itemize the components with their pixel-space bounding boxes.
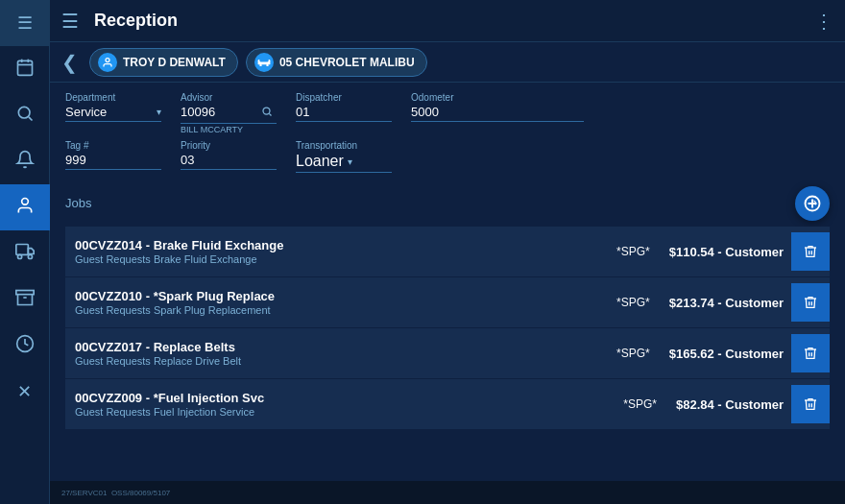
advisor-field: Advisor 10096 BILL MCCARTY — [181, 92, 277, 134]
job-price-4: $82.84 - Customer — [676, 397, 784, 412]
form-area: Department Service ▾ Advisor 10096 — [50, 83, 845, 184]
job-price-3: $165.62 - Customer — [669, 347, 784, 361]
job-price-2: $213.74 - Customer — [669, 296, 784, 310]
svg-rect-10 — [15, 290, 33, 294]
main-content: ☰ Reception ⋮ ❮ TROY D DENWALT — [50, 0, 845, 504]
department-label: Department — [65, 92, 161, 103]
department-field: Department Service ▾ — [65, 92, 161, 122]
topbar-right: ⋮ — [814, 10, 833, 33]
clock-icon — [15, 334, 35, 358]
dispatcher-value[interactable]: 01 — [296, 105, 392, 122]
tag-label: Tag # — [65, 140, 161, 151]
svg-point-17 — [266, 63, 268, 65]
sidebar-item-close[interactable]: ✕ — [0, 369, 50, 415]
transportation-field: Transportation Loaner ▾ — [296, 140, 392, 173]
tag-value[interactable]: 999 — [65, 153, 161, 170]
dispatcher-field: Dispatcher 01 — [296, 92, 392, 122]
form-row-2: Tag # 999 Priority 03 Transportation Loa… — [65, 140, 830, 173]
topbar-left: ☰ Reception — [61, 10, 178, 33]
customer-bar: ❮ TROY D DENWALT 05 CHEVROLET MALIBU — [50, 42, 845, 83]
priority-field: Priority 03 — [181, 140, 277, 170]
odometer-field: Odometer 5000 — [411, 92, 584, 122]
menu-icon[interactable]: ☰ — [61, 10, 79, 33]
footer: 27/SERVC01 OSS/80069/5107 — [50, 481, 845, 504]
job-spg-3: *SPG* — [616, 347, 650, 360]
priority-value[interactable]: 03 — [181, 153, 277, 170]
job-price-1: $110.54 - Customer — [669, 245, 784, 259]
svg-point-4 — [18, 107, 30, 118]
advisor-label: Advisor — [181, 92, 277, 103]
sidebar-item-menu[interactable]: ☰ — [0, 0, 50, 46]
sidebar-item-person[interactable] — [0, 184, 50, 230]
job-info-1: 00CVZZ014 - Brake Fluid Exchange Guest R… — [75, 238, 597, 265]
sidebar-item-notifications[interactable] — [0, 138, 50, 184]
vehicle-name: 05 CHEVROLET MALIBU — [279, 56, 415, 69]
svg-line-19 — [269, 113, 271, 115]
job-delete-button-1[interactable] — [791, 232, 830, 271]
jobs-list: 00CVZZ014 - Brake Fluid Exchange Guest R… — [65, 227, 830, 430]
job-spg-4: *SPG* — [623, 397, 657, 411]
job-desc-1: Guest Requests Brake Fluid Exchange — [75, 253, 597, 265]
search-icon — [15, 104, 35, 128]
customer-avatar — [98, 53, 117, 72]
more-menu-icon[interactable]: ⋮ — [814, 10, 833, 33]
advisor-search-icon[interactable] — [261, 106, 273, 120]
customer-name: TROY D DENWALT — [123, 56, 226, 69]
advisor-sublabel: BILL MCCARTY — [181, 125, 277, 134]
advisor-value[interactable]: 10096 — [181, 105, 257, 121]
svg-rect-0 — [17, 60, 32, 75]
jobs-header: Jobs — [65, 196, 91, 210]
tag-field: Tag # 999 — [65, 140, 161, 170]
svg-line-5 — [28, 116, 32, 120]
svg-rect-15 — [259, 58, 268, 61]
job-desc-2: Guest Requests Spark Plug Replacement — [75, 304, 597, 316]
job-row-2[interactable]: 00CVZZ010 - *Spark Plug Replace Guest Re… — [65, 277, 830, 328]
sidebar-item-clock[interactable] — [0, 323, 50, 369]
svg-point-16 — [259, 63, 261, 65]
job-desc-3: Guest Requests Replace Drive Belt — [75, 355, 597, 367]
priority-label: Priority — [181, 140, 277, 151]
footer-info: 27/SERVC01 OSS/80069/5107 — [61, 489, 170, 497]
sidebar: ☰ — [0, 0, 50, 504]
sidebar-item-parts[interactable] — [0, 276, 50, 323]
box-icon — [15, 288, 35, 312]
sidebar-item-vehicle[interactable] — [0, 230, 50, 276]
job-desc-4: Guest Requests Fuel Injection Service — [75, 406, 604, 418]
job-info-3: 00CVZZ017 - Replace Belts Guest Requests… — [75, 340, 597, 367]
job-title-3: 00CVZZ017 - Replace Belts — [75, 340, 597, 354]
customer-badge[interactable]: TROY D DENWALT — [89, 48, 238, 77]
add-job-button[interactable] — [795, 186, 830, 221]
form-row-1: Department Service ▾ Advisor 10096 — [65, 92, 830, 134]
job-spg-1: *SPG* — [616, 245, 650, 258]
svg-point-8 — [17, 254, 21, 258]
sidebar-item-search[interactable] — [0, 92, 50, 138]
job-row-3[interactable]: 00CVZZ017 - Replace Belts Guest Requests… — [65, 328, 830, 379]
dispatcher-label: Dispatcher — [296, 92, 392, 103]
job-row-4[interactable]: 00CVZZ009 - *Fuel Injection Svc Guest Re… — [65, 379, 830, 430]
vehicle-avatar — [254, 53, 274, 72]
transportation-select[interactable]: Loaner ▾ — [296, 153, 392, 173]
sidebar-item-calendar[interactable] — [0, 46, 50, 92]
topbar: ☰ Reception ⋮ — [50, 0, 845, 42]
odometer-value[interactable]: 5000 — [411, 105, 584, 122]
svg-point-18 — [263, 108, 270, 114]
department-value[interactable]: Service ▾ — [65, 105, 161, 122]
close-icon: ✕ — [17, 381, 32, 402]
job-title-4: 00CVZZ009 - *Fuel Injection Svc — [75, 391, 604, 405]
jobs-section: Jobs 00CVZZ014 - Brake Fluid Exchange Gu… — [50, 184, 845, 481]
job-info-2: 00CVZZ010 - *Spark Plug Replace Guest Re… — [75, 289, 597, 316]
transportation-label: Transportation — [296, 140, 392, 151]
job-row-1[interactable]: 00CVZZ014 - Brake Fluid Exchange Guest R… — [65, 227, 830, 277]
job-title-1: 00CVZZ014 - Brake Fluid Exchange — [75, 238, 597, 252]
truck-icon — [15, 242, 35, 266]
job-title-2: 00CVZZ010 - *Spark Plug Replace — [75, 289, 597, 303]
job-delete-button-4[interactable] — [791, 385, 830, 423]
job-delete-button-2[interactable] — [791, 283, 830, 322]
svg-point-13 — [106, 58, 109, 61]
job-delete-button-3[interactable] — [791, 334, 830, 372]
app-title: Reception — [94, 11, 178, 31]
odometer-label: Odometer — [411, 92, 584, 103]
vehicle-badge[interactable]: 05 CHEVROLET MALIBU — [246, 48, 427, 77]
svg-rect-7 — [15, 244, 27, 254]
back-button[interactable]: ❮ — [61, 51, 78, 74]
